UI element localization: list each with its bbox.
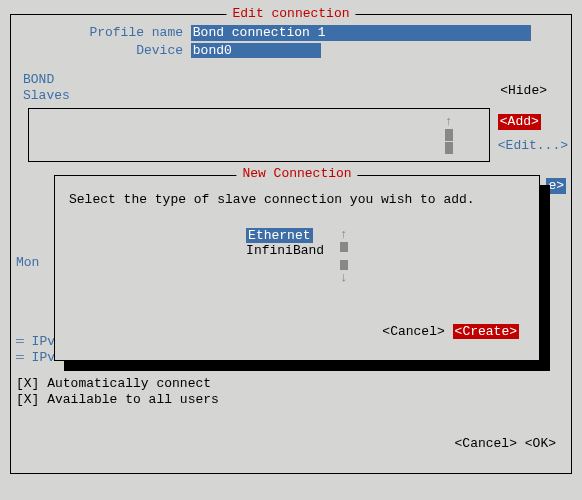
new-connection-dialog: New Connection Select the type of slave … bbox=[54, 175, 540, 361]
outer-cancel-button[interactable]: <Cancel> bbox=[455, 436, 517, 452]
modal-create-button[interactable]: <Create> bbox=[453, 324, 519, 340]
ipv6-expander[interactable]: ═ bbox=[16, 350, 32, 365]
arrow-down-icon: ↓ bbox=[340, 271, 348, 284]
auto-connect-checkbox[interactable]: [X] Automatically connect bbox=[16, 376, 219, 392]
modal-cancel-button[interactable]: <Cancel> bbox=[382, 324, 444, 340]
ipv6-label: IPv bbox=[32, 350, 55, 365]
ipv4-label: IPv bbox=[32, 334, 55, 349]
slaves-list[interactable] bbox=[28, 108, 490, 162]
modal-title: New Connection bbox=[236, 166, 357, 182]
dialog-title: Edit connection bbox=[226, 6, 355, 22]
modal-prompt: Select the type of slave connection you … bbox=[69, 192, 525, 208]
slaves-scrollbar[interactable]: ↑ bbox=[445, 115, 453, 155]
device-input[interactable]: bond0 bbox=[191, 43, 321, 59]
hide-button[interactable]: <Hide> bbox=[500, 83, 547, 99]
profile-name-label: Profile name bbox=[63, 25, 183, 41]
device-label: Device bbox=[63, 43, 183, 59]
option-ethernet[interactable]: Ethernet bbox=[246, 228, 312, 244]
slaves-label: Slaves bbox=[23, 88, 559, 104]
profile-name-input[interactable]: Bond connection 1 bbox=[191, 25, 531, 41]
arrow-up-icon: ↑ bbox=[445, 115, 453, 128]
mon-label: Mon bbox=[16, 255, 39, 271]
modal-scrollbar[interactable]: ↑ ↓ bbox=[340, 228, 348, 284]
edit-button[interactable]: <Edit...> bbox=[498, 138, 568, 154]
bond-section: BOND Slaves bbox=[23, 72, 559, 103]
arrow-up-icon: ↑ bbox=[340, 228, 348, 241]
ipv4-expander[interactable]: ═ bbox=[16, 334, 32, 349]
bond-label: BOND bbox=[23, 72, 559, 88]
all-users-checkbox[interactable]: [X] Available to all users bbox=[16, 392, 219, 408]
add-button[interactable]: <Add> bbox=[498, 114, 541, 130]
outer-ok-button[interactable]: <OK> bbox=[525, 436, 556, 452]
option-infiniband[interactable]: InfiniBand bbox=[246, 243, 324, 259]
